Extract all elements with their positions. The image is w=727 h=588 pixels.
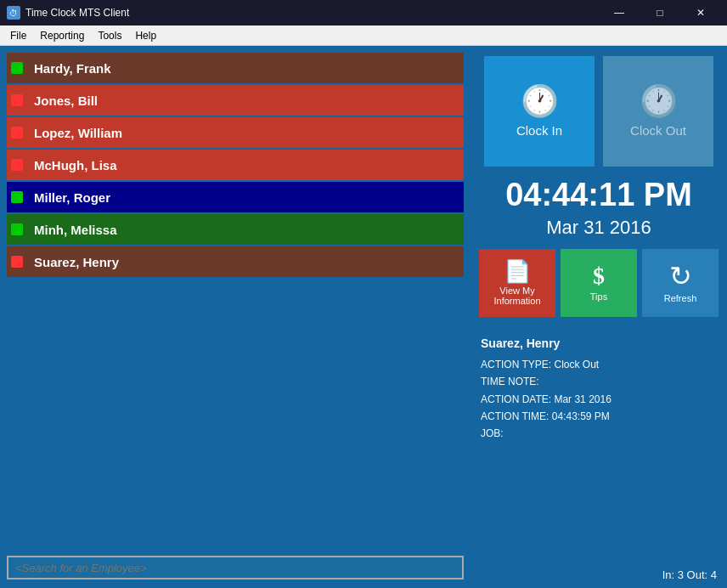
refresh-icon: ↻ [669,263,692,290]
left-panel: Hardy, FrankJones, BillLopez, WilliamMcH… [0,46,471,588]
minimize-button[interactable]: — [600,0,639,25]
clock-out-icon: 🕐 [640,86,678,116]
employee-name: Lopez, William [27,126,464,140]
search-input[interactable] [7,556,464,580]
employee-list: Hardy, FrankJones, BillLopez, WilliamMcH… [7,53,464,547]
right-panel: 🕐 Clock In 🕐 Clock Out 04:44:11 PM Mar 3… [471,46,727,588]
employee-info-panel: Suarez, Henry ACTION TYPE: Clock Out TIM… [477,329,720,448]
info-action-type: ACTION TYPE: Clock Out [481,356,717,373]
info-time-note: TIME NOTE: [481,373,717,390]
employee-row[interactable]: Minh, Melissa [7,214,464,245]
info-job: JOB: [481,425,717,442]
tips-button[interactable]: $ Tips [561,249,637,317]
menu-file[interactable]: File [3,28,33,43]
clock-in-button[interactable]: 🕐 Clock In [484,56,595,167]
view-info-icon: 📄 [504,260,531,282]
tips-icon: $ [593,264,605,288]
status-dot [7,182,27,212]
time-display: 04:44:11 PM [505,177,692,213]
employee-row[interactable]: Miller, Roger [7,182,464,212]
refresh-button[interactable]: ↻ Refresh [642,249,719,317]
app-icon: ⏱ [7,6,20,20]
employee-name: Minh, Melissa [27,223,464,237]
refresh-label: Refresh [664,293,697,303]
status-dot [7,53,27,83]
employee-name: Hardy, Frank [27,61,464,76]
clock-in-label: Clock In [516,123,562,138]
menu-tools[interactable]: Tools [91,28,128,43]
info-action-time: ACTION TIME: 04:43:59 PM [481,408,717,425]
close-button[interactable]: ✕ [681,0,720,25]
menu-reporting[interactable]: Reporting [33,28,91,43]
status-dot [7,117,27,148]
date-display: Mar 31 2016 [546,217,651,239]
clock-buttons-row: 🕐 Clock In 🕐 Clock Out [484,56,713,167]
menu-help[interactable]: Help [128,28,163,43]
dot-inner [11,256,23,268]
clock-out-label: Clock Out [630,123,686,138]
employee-row[interactable]: Jones, Bill [7,85,464,116]
employee-name: McHugh, Lisa [27,158,464,172]
info-action-date: ACTION DATE: Mar 31 2016 [481,391,717,408]
action-buttons-row: 📄 View My Information $ Tips ↻ Refresh [479,249,719,317]
view-info-button[interactable]: 📄 View My Information [479,249,555,317]
maximize-button[interactable]: □ [640,0,679,25]
employee-row[interactable]: McHugh, Lisa [7,150,464,180]
clock-in-icon: 🕐 [521,86,559,116]
status-dot [7,214,27,245]
dot-inner [11,94,23,106]
dot-inner [11,62,23,74]
menubar: File Reporting Tools Help [0,25,727,46]
view-info-label: View My Information [479,286,555,306]
window-title: Time Clock MTS Client [25,7,600,19]
dot-inner [11,191,23,203]
dot-inner [11,223,23,235]
status-dot [7,246,27,277]
status-summary: In: 3 Out: 4 [477,568,720,581]
status-dot [7,85,27,116]
clock-out-button[interactable]: 🕐 Clock Out [603,56,713,167]
status-dot [7,150,27,180]
employee-name: Suarez, Henry [27,255,464,269]
dot-inner [11,127,23,139]
dot-inner [11,159,23,171]
window-controls: — □ ✕ [600,0,720,25]
search-bar [7,554,464,581]
tips-label: Tips [590,291,607,302]
employee-row[interactable]: Suarez, Henry [7,246,464,277]
employee-row[interactable]: Lopez, William [7,117,464,148]
employee-row[interactable]: Hardy, Frank [7,53,464,83]
titlebar: ⏱ Time Clock MTS Client — □ ✕ [0,0,727,25]
employee-name: Miller, Roger [27,190,464,205]
main-content: Hardy, FrankJones, BillLopez, WilliamMcH… [0,46,727,588]
employee-name: Jones, Bill [27,93,464,108]
info-employee-name: Suarez, Henry [481,334,717,354]
